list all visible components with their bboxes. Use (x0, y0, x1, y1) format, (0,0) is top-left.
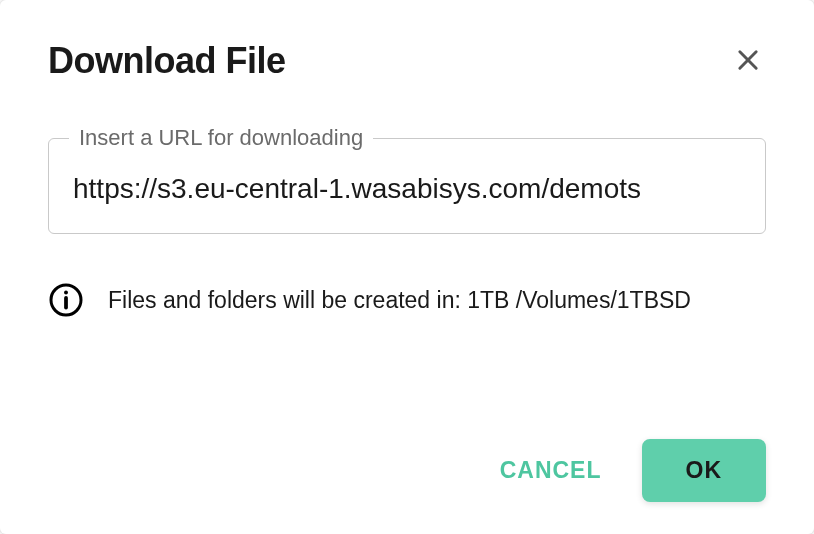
dialog-actions: CANCEL OK (48, 439, 766, 502)
info-row: Files and folders will be created in: 1T… (48, 282, 766, 318)
ok-button[interactable]: OK (642, 439, 767, 502)
download-file-dialog: Download File Insert a URL for downloadi… (0, 0, 814, 534)
cancel-button[interactable]: CANCEL (492, 445, 610, 496)
svg-point-4 (64, 291, 68, 295)
url-input-label: Insert a URL for downloading (69, 125, 373, 151)
url-input[interactable] (73, 173, 741, 205)
dialog-header: Download File (48, 40, 766, 82)
info-text: Files and folders will be created in: 1T… (108, 284, 691, 316)
info-icon (48, 282, 84, 318)
url-input-wrapper: Insert a URL for downloading (48, 138, 766, 234)
close-button[interactable] (730, 42, 766, 81)
close-icon (734, 46, 762, 77)
dialog-title: Download File (48, 40, 286, 82)
